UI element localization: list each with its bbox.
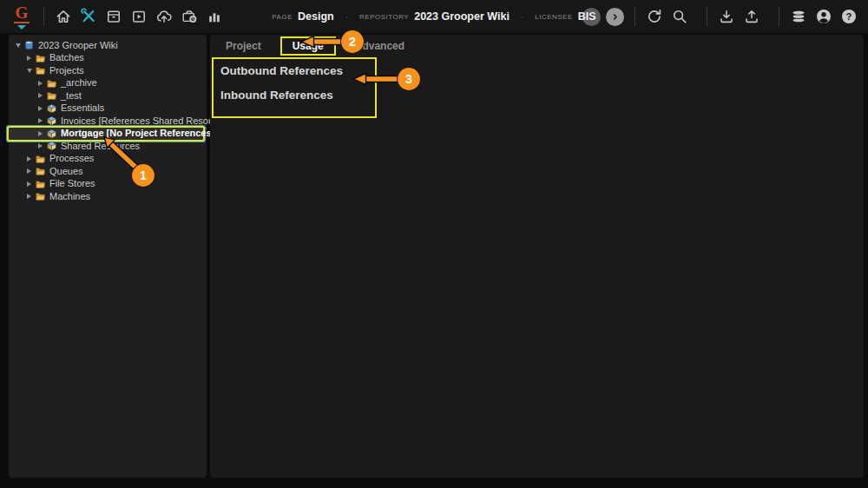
grooper-logo-letter: G: [14, 4, 30, 23]
inbound-references-header[interactable]: Inbound References: [220, 89, 333, 102]
breadcrumb-separator: ·: [521, 12, 523, 22]
tree-item-label: Batches: [49, 53, 84, 63]
project-icon: [46, 115, 57, 126]
project-icon: [46, 129, 57, 139]
top-bar: G PAGE Design · REPOSITORY 2023 Grooper …: [0, 0, 868, 33]
tree-item-queues[interactable]: Queues: [9, 165, 207, 178]
expander-collapsed-icon[interactable]: [36, 118, 45, 123]
references-highlight-box: Outbound References Inbound References: [212, 57, 377, 118]
logo-chevron-icon: [17, 25, 26, 30]
tree-item-machines[interactable]: Machines: [9, 190, 207, 203]
expander-collapsed-icon[interactable]: [36, 131, 45, 136]
topbar-right-group: [577, 7, 858, 26]
expander-collapsed-icon[interactable]: [36, 143, 45, 148]
tools-icon[interactable]: [80, 8, 97, 25]
folder-icon: [35, 53, 46, 63]
tree-item-label: Projects: [49, 66, 84, 76]
tree-item-label: Queues: [49, 167, 83, 176]
tab-project[interactable]: Project: [217, 37, 270, 55]
tree-item-label: Machines: [49, 192, 90, 201]
tree-item-shared-resources[interactable]: Shared Resources: [9, 140, 207, 153]
outbound-references-header[interactable]: Outbound References: [220, 64, 343, 77]
tab-advanced[interactable]: Advanced: [346, 37, 413, 55]
tree-item-file-stores[interactable]: File Stores: [9, 178, 207, 191]
refresh-icon[interactable]: [646, 8, 663, 25]
repository-label: REPOSITORY: [359, 13, 409, 21]
node-tree-panel: 2023 Grooper Wiki Batches Projects _arch…: [9, 35, 207, 478]
tree-item-projects[interactable]: Projects: [9, 64, 207, 77]
expander-expanded-icon[interactable]: [24, 69, 34, 73]
tree-item-archive[interactable]: _archive: [9, 77, 207, 90]
tree-item-label: Mortgage [No Project References]: [61, 129, 214, 138]
tree-item-invoices[interactable]: Invoices [References Shared Resources]: [9, 115, 207, 128]
tree-item-label: _archive: [61, 78, 97, 88]
detail-panel: Project Usage Advanced Outbound Referenc…: [210, 35, 864, 478]
folder-icon: [35, 166, 46, 176]
expander-collapsed-icon[interactable]: [24, 168, 34, 174]
toolbar-divider: [707, 7, 707, 26]
tree-item-label: Essentials: [61, 103, 104, 113]
tree-item-label: Shared Resources: [61, 142, 140, 151]
tab-usage[interactable]: Usage: [282, 38, 334, 54]
upload-icon[interactable]: [743, 8, 760, 25]
repository-icon: [23, 40, 35, 50]
toolbar-divider: [635, 7, 635, 26]
expander-collapsed-icon[interactable]: [24, 156, 34, 162]
video-box-icon[interactable]: [130, 8, 148, 25]
tree-item-test[interactable]: _test: [9, 89, 207, 102]
tree-item-label: 2023 Grooper Wiki: [38, 41, 118, 50]
page-value: Design: [298, 10, 334, 23]
cloud-upload-icon[interactable]: [155, 8, 173, 25]
folder-icon: [35, 179, 46, 189]
expander-collapsed-icon[interactable]: [36, 106, 45, 111]
folder-icon: [46, 90, 57, 101]
help-icon[interactable]: [840, 8, 858, 25]
usage-tab-highlight-box: Usage: [280, 36, 336, 56]
expander-expanded-icon[interactable]: [13, 43, 23, 48]
briefcase-clock-icon[interactable]: [181, 8, 198, 25]
tree-item-batches[interactable]: Batches: [9, 52, 207, 65]
tree-item-mortgage[interactable]: Mortgage [No Project References]: [9, 128, 203, 141]
project-icon: [46, 103, 57, 114]
tree-item-label: _test: [61, 91, 82, 101]
tree-item-label: Processes: [49, 154, 94, 163]
expander-collapsed-icon[interactable]: [36, 81, 45, 86]
download-icon[interactable]: [718, 8, 735, 25]
tree-item-processes[interactable]: Processes: [9, 153, 207, 166]
forward-icon[interactable]: [606, 8, 624, 26]
tree-item-label: File Stores: [49, 179, 95, 188]
breadcrumb-separator: ·: [345, 12, 348, 22]
expander-collapsed-icon[interactable]: [36, 93, 45, 98]
expander-collapsed-icon[interactable]: [24, 56, 34, 61]
grooper-logo[interactable]: G: [10, 4, 33, 30]
node-tree: 2023 Grooper Wiki Batches Projects _arch…: [9, 35, 207, 203]
archive-box-icon[interactable]: [105, 8, 122, 25]
licensee-label: LICENSEE: [535, 13, 573, 21]
home-icon[interactable]: [55, 8, 72, 25]
toolbar-divider: [43, 7, 44, 26]
toolbar-divider: [779, 7, 779, 26]
tree-item-label: Invoices [References Shared Resources]: [61, 116, 234, 126]
folder-icon: [46, 78, 57, 89]
expander-collapsed-icon[interactable]: [24, 181, 34, 187]
user-icon[interactable]: [815, 8, 832, 25]
folder-icon: [35, 191, 46, 201]
folder-icon: [35, 154, 46, 164]
back-icon[interactable]: [582, 8, 601, 26]
tree-item-repository-root[interactable]: 2023 Grooper Wiki: [9, 39, 207, 52]
layers-icon[interactable]: [790, 8, 807, 25]
expander-collapsed-icon[interactable]: [24, 194, 34, 199]
page-label: PAGE: [272, 13, 293, 21]
tab-bar: Project Usage Advanced: [217, 36, 413, 56]
repository-value: 2023 Grooper Wiki: [414, 10, 510, 23]
folder-icon: [35, 65, 46, 76]
project-icon: [46, 141, 57, 151]
bar-chart-icon[interactable]: [206, 8, 223, 25]
search-icon[interactable]: [671, 8, 688, 25]
tree-item-essentials[interactable]: Essentials: [9, 102, 207, 115]
